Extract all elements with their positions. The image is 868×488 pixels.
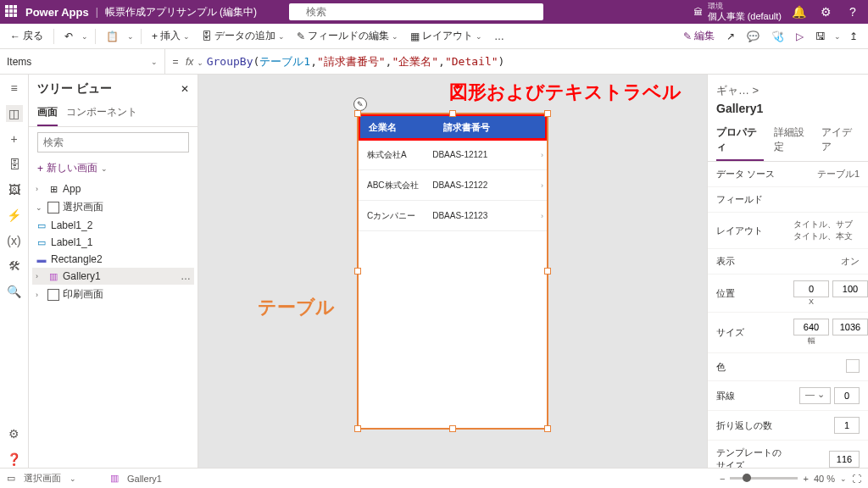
close-icon[interactable]: ✕ bbox=[181, 83, 189, 95]
tree-node-menu-icon: … bbox=[181, 270, 191, 282]
prop-pos-x-input[interactable] bbox=[793, 280, 829, 297]
add-data-button[interactable]: 🗄 データの追加 ⌄ bbox=[198, 27, 288, 45]
bell-icon[interactable]: 🔔 bbox=[788, 5, 809, 19]
prop-datasource-value[interactable]: テーブル1 bbox=[793, 168, 860, 180]
hamburger-icon[interactable]: ≡ bbox=[6, 80, 23, 97]
prop-tplsize-label: テンプレートのサイズ bbox=[716, 446, 788, 468]
prop-fields-label[interactable]: フィールド bbox=[716, 193, 788, 206]
prop-size-label: サイズ bbox=[716, 326, 788, 339]
tree-icon[interactable]: ◫ bbox=[6, 105, 23, 122]
data-rail-icon[interactable]: 🗄 bbox=[6, 156, 23, 173]
waffle-icon[interactable] bbox=[5, 5, 19, 19]
share-icon[interactable]: ↗ bbox=[723, 29, 738, 44]
table-header[interactable]: 企業名 請求書番号 bbox=[359, 114, 547, 140]
layout-button[interactable]: ▦ レイアウト ⌄ bbox=[407, 27, 486, 45]
tab-screens[interactable]: 画面 bbox=[37, 100, 58, 126]
prop-element-name: Gallery1 bbox=[708, 102, 868, 120]
play-icon[interactable]: ▷ bbox=[793, 29, 807, 44]
prop-layout-value[interactable]: タイトル、サブタイトル、本文 bbox=[793, 219, 860, 242]
header-company: 企業名 bbox=[359, 121, 443, 134]
selection-badge-icon[interactable]: ✎ bbox=[353, 97, 367, 111]
prop-visible-toggle[interactable]: オン bbox=[793, 255, 860, 268]
canvas[interactable]: 図形およびテキストラベル テーブル ✎ 企業名 請求書番号 株式会社ADBAAS… bbox=[198, 75, 707, 468]
prop-border-width-input[interactable] bbox=[834, 387, 860, 404]
tab-components[interactable]: コンポーネント bbox=[66, 100, 137, 126]
tree-node-label11[interactable]: ▭Label1_1 bbox=[32, 234, 194, 251]
media-rail-icon[interactable]: 🖼 bbox=[6, 181, 23, 198]
undo-button[interactable]: ↶ bbox=[61, 29, 76, 44]
tree-node-rectangle2[interactable]: ▬Rectangle2 bbox=[32, 251, 194, 268]
prop-position-label: 位置 bbox=[716, 287, 788, 300]
prop-visible-label: 表示 bbox=[716, 255, 788, 268]
zoom-out-button[interactable]: − bbox=[720, 474, 725, 484]
back-button[interactable]: ← 戻る bbox=[7, 27, 47, 45]
gallery-row[interactable]: 株式会社ADBAAS-12121› bbox=[359, 140, 547, 170]
gallery-row[interactable]: ABC株式会社DBAAS-12122› bbox=[359, 170, 547, 201]
status-screen-name[interactable]: 選択画面 bbox=[24, 472, 61, 485]
edit-fields-button[interactable]: ✎ フィールドの編集 ⌄ bbox=[293, 27, 402, 45]
prop-breadcrumb: ギャ… > bbox=[708, 75, 868, 102]
new-screen-button[interactable]: + 新しい画面 ⌄ bbox=[29, 158, 198, 179]
checker-icon[interactable]: 🩺 bbox=[768, 29, 787, 44]
more-button[interactable]: … bbox=[491, 29, 508, 44]
settings-rail-icon[interactable]: ⚙ bbox=[6, 425, 23, 442]
phone-preview[interactable]: ✎ 企業名 請求書番号 株式会社ADBAAS-12121› ABC株式会社DBA… bbox=[359, 114, 547, 428]
env-value[interactable]: 個人事業 (default) bbox=[708, 11, 782, 21]
prop-tplsize-input[interactable] bbox=[829, 451, 860, 468]
power-automate-icon[interactable]: ⚡ bbox=[6, 207, 23, 224]
tree-node-gallery1[interactable]: ›▥Gallery1… bbox=[32, 268, 194, 285]
gallery-row[interactable]: CカンパニーDBAAS-12123› bbox=[359, 201, 547, 231]
zoom-in-button[interactable]: + bbox=[803, 474, 808, 484]
app-name: Power Apps bbox=[25, 6, 89, 19]
prop-size-h-input[interactable] bbox=[832, 319, 868, 336]
ask-rail-icon[interactable]: ❓ bbox=[6, 451, 23, 468]
chevron-right-icon: › bbox=[541, 181, 543, 190]
save-icon[interactable]: 🖫 bbox=[812, 29, 829, 44]
annotation-table: テーブル bbox=[258, 295, 335, 320]
tree-node-app[interactable]: ›⊞App bbox=[32, 180, 194, 197]
paste-button[interactable]: 📋 bbox=[103, 29, 122, 44]
gear-icon[interactable]: ⚙ bbox=[815, 5, 836, 19]
chevron-right-icon: › bbox=[541, 212, 543, 220]
tree-search-input[interactable] bbox=[37, 132, 189, 152]
fit-icon[interactable]: ⛶ bbox=[852, 474, 861, 484]
formula-bar[interactable]: GroupBy(テーブル1,"請求書番号","企業名","Detail") bbox=[207, 54, 868, 69]
prop-wrap-label: 折り返しの数 bbox=[716, 419, 788, 432]
insert-button[interactable]: + 挿入 ⌄ bbox=[148, 27, 193, 45]
tree-title: ツリー ビュー bbox=[37, 81, 112, 97]
property-selector[interactable]: Items⌄ bbox=[0, 49, 165, 74]
tree-node-screen1[interactable]: ⌄選択画面 bbox=[32, 197, 194, 217]
help-icon[interactable]: ? bbox=[843, 5, 863, 19]
environment-icon: 🏛 bbox=[693, 7, 703, 17]
chevron-right-icon: › bbox=[541, 151, 543, 159]
fx-label: fx ⌄ bbox=[186, 56, 207, 68]
zoom-value: 40 % bbox=[814, 474, 835, 484]
file-name: 帳票作成アプリサンプル (編集中) bbox=[105, 5, 257, 19]
prop-size-w-input[interactable] bbox=[793, 319, 829, 336]
tree-node-label12[interactable]: ▭Label1_2 bbox=[32, 217, 194, 234]
zoom-slider[interactable] bbox=[730, 477, 798, 480]
publish-icon[interactable]: ↥ bbox=[846, 29, 861, 44]
insert-rail-icon[interactable]: + bbox=[6, 130, 23, 147]
prop-wrap-input[interactable] bbox=[834, 417, 860, 434]
prop-tab-advanced[interactable]: 詳細設定 bbox=[774, 120, 812, 161]
status-screen-icon[interactable]: ▭ bbox=[7, 473, 15, 484]
search-rail-icon[interactable]: 🔍 bbox=[6, 283, 23, 300]
comment-icon[interactable]: 💬 bbox=[743, 29, 763, 44]
search-input[interactable] bbox=[289, 3, 543, 20]
prop-tab-ideas[interactable]: アイデア bbox=[821, 120, 860, 161]
tree-node-screen2[interactable]: ›印刷画面 bbox=[32, 285, 194, 304]
prop-border-label: 罫線 bbox=[716, 390, 788, 402]
prop-layout-label: レイアウト bbox=[716, 225, 788, 237]
equals-label: = bbox=[165, 56, 186, 68]
prop-border-style[interactable]: — ⌄ bbox=[799, 387, 831, 404]
variables-icon[interactable]: (x) bbox=[6, 232, 23, 249]
header-invoice: 請求書番号 bbox=[443, 121, 547, 134]
edit-button[interactable]: ✎ 編集 bbox=[680, 27, 718, 45]
prop-color-label: 色 bbox=[716, 361, 788, 374]
prop-tab-properties[interactable]: プロパティ bbox=[716, 120, 764, 161]
status-element-name[interactable]: Gallery1 bbox=[127, 474, 162, 484]
prop-color-value[interactable] bbox=[793, 359, 860, 374]
advanced-tools-icon[interactable]: 🛠 bbox=[6, 258, 23, 274]
prop-pos-y-input[interactable] bbox=[832, 280, 868, 297]
